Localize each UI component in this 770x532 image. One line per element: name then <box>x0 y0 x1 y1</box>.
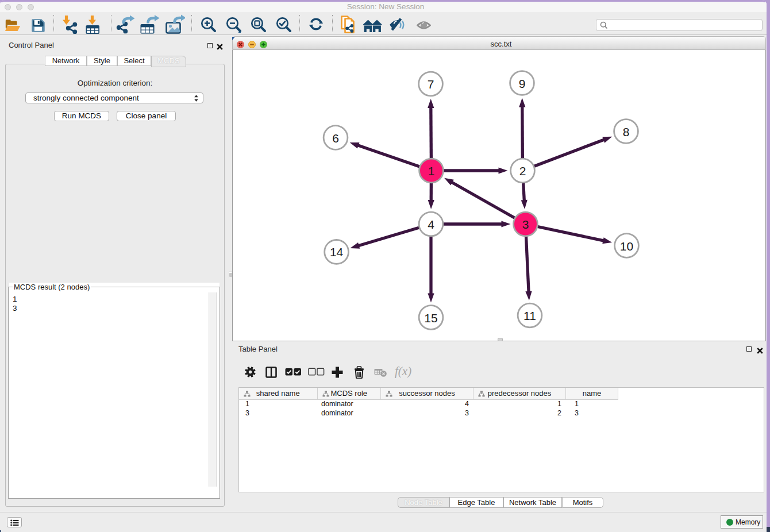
svg-text:3: 3 <box>522 218 529 231</box>
svg-text:2: 2 <box>519 164 526 178</box>
svg-text:4: 4 <box>428 218 434 231</box>
svg-text:9: 9 <box>519 77 526 90</box>
svg-text:6: 6 <box>332 132 339 145</box>
svg-text:10: 10 <box>620 240 633 253</box>
svg-text:15: 15 <box>424 311 437 325</box>
svg-text:8: 8 <box>623 125 630 138</box>
svg-text:7: 7 <box>428 78 434 91</box>
svg-text:11: 11 <box>523 309 536 322</box>
svg-text:14: 14 <box>330 245 344 259</box>
svg-text:1: 1 <box>428 164 435 178</box>
